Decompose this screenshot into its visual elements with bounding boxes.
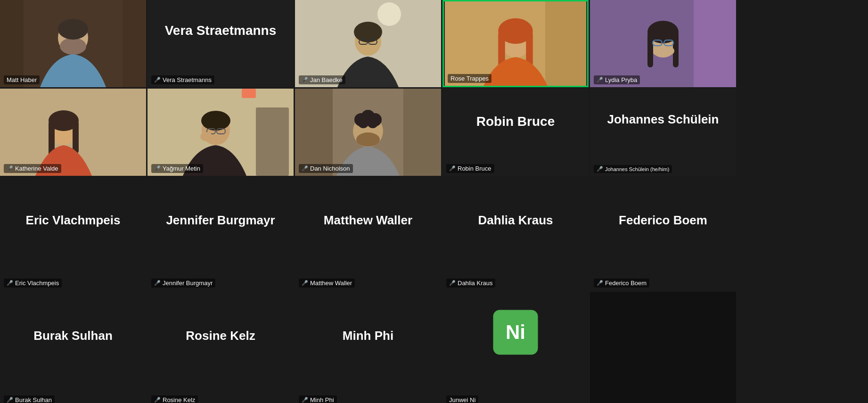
participant-display-name-matthew: Matthew Waller — [324, 213, 412, 228]
participant-tile-johannes-schulein[interactable]: Johannes Schülein 🎤 Johannes Schülein (h… — [590, 89, 736, 176]
mic-icon-dahlia: 🎤 — [449, 280, 456, 286]
participant-name-text-vera: Vera Straetmanns — [163, 76, 212, 83]
participant-tile-burak-sulhan[interactable]: Burak Sulhan 🎤 Burak Sulhan — [0, 292, 146, 403]
participant-name-jan: 🎤 Jan Baedke — [299, 75, 345, 84]
mic-icon-burak: 🎤 — [7, 397, 13, 403]
participant-tile-eric-vlachmpeis[interactable]: Eric Vlachmpeis 🎤 Eric Vlachmpeis — [0, 177, 146, 290]
svg-point-4 — [60, 38, 86, 55]
mic-icon-jennifer: 🎤 — [154, 280, 161, 286]
svg-rect-34 — [242, 89, 256, 98]
participant-name-minh: 🎤 Minh Phi — [299, 395, 337, 403]
participant-avatar-ni: Ni — [493, 310, 538, 354]
participant-tile-minh-phi[interactable]: Minh Phi 🎤 Minh Phi — [295, 292, 441, 403]
participant-name-matt-haber: Matt Haber — [4, 75, 40, 84]
mic-icon-matthew: 🎤 — [302, 280, 308, 286]
svg-rect-1 — [0, 0, 24, 87]
participant-tile-jennifer-burgmayr[interactable]: Jennifer Burgmayr 🎤 Jennifer Burgmayr — [147, 177, 294, 290]
svg-rect-43 — [403, 89, 441, 176]
participant-tile-rose-trappes[interactable]: Rose Trappes — [442, 0, 589, 87]
participant-name-katherine: 🎤 Katherine Valde — [4, 164, 61, 173]
svg-point-5 — [58, 19, 88, 40]
participant-name-text-robin: Robin Bruce — [458, 165, 491, 172]
participant-name-johannes: 🎤 Johannes Schülein (he/him) — [594, 165, 672, 173]
mic-icon-jan: 🎤 — [302, 77, 308, 83]
mic-icon-katherine: 🎤 — [7, 165, 13, 172]
participant-tile-robin-bruce[interactable]: Robin Bruce 🎤 Robin Bruce — [442, 89, 589, 176]
participant-tile-dan-nicholson[interactable]: 🎤 Dan Nicholson — [295, 89, 441, 176]
svg-rect-14 — [545, 1, 586, 86]
participant-name-text-federico: Federico Boem — [605, 280, 647, 287]
participant-name-text-eric: Eric Vlachmpeis — [15, 280, 59, 287]
participant-name-eric: 🎤 Eric Vlachmpeis — [4, 279, 62, 288]
participant-name-text-yagmur: Yağmur Metin — [163, 165, 200, 172]
participant-name-dahlia: 🎤 Dahlia Kraus — [446, 279, 495, 288]
mic-icon-vera: 🎤 — [154, 77, 161, 83]
svg-point-40 — [200, 132, 213, 141]
participant-tile-junwei-ni[interactable]: Ni Junwei Ni — [442, 292, 589, 403]
participant-name-text-lydia: Lydia Pryba — [605, 76, 637, 83]
participant-display-name-vera: Vera Straetmanns — [165, 23, 277, 38]
participant-tile-federico-boem[interactable]: Federico Boem 🎤 Federico Boem — [590, 177, 736, 290]
participant-name-rose: Rose Trappes — [448, 74, 491, 83]
participant-display-name-rosine: Rosine Kelz — [186, 329, 255, 343]
participant-name-vera: 🎤 Vera Straetmanns — [151, 75, 214, 84]
svg-rect-2 — [123, 0, 146, 87]
participant-tile-matt-haber[interactable]: Matt Haber — [0, 0, 146, 87]
participant-tile-vera-straetmanns[interactable]: Vera Straetmanns 🎤 Vera Straetmanns — [147, 0, 294, 87]
svg-point-37 — [201, 111, 230, 131]
participant-name-text-burak: Burak Sulhan — [15, 396, 52, 403]
participant-name-robin: 🎤 Robin Bruce — [446, 164, 494, 173]
participant-display-name-dahlia: Dahlia Kraus — [478, 213, 553, 228]
mic-icon-yagmur: 🎤 — [154, 165, 161, 172]
participant-display-name-johannes: Johannes Schülein — [607, 112, 719, 126]
participant-name-text-rose: Rose Trappes — [450, 75, 489, 82]
participant-display-name-burak: Burak Sulhan — [33, 329, 113, 343]
participant-name-matthew: 🎤 Matthew Waller — [299, 279, 355, 288]
participant-display-name-jennifer: Jennifer Burgmayr — [166, 213, 275, 228]
participant-name-rosine: 🎤 Rosine Kelz — [151, 395, 198, 403]
participant-name-text-junwei: Junwei Ni — [449, 396, 475, 403]
participant-tile-jan-baedke[interactable]: 🎤 Jan Baedke — [295, 0, 441, 87]
participant-name-dan: 🎤 Dan Nicholson — [299, 164, 353, 173]
participant-tile-dahlia-kraus[interactable]: Dahlia Kraus 🎤 Dahlia Kraus — [442, 177, 589, 290]
participant-name-text-dahlia: Dahlia Kraus — [458, 280, 492, 287]
participant-tile-empty — [590, 292, 736, 403]
mic-icon-eric: 🎤 — [7, 280, 13, 286]
svg-point-10 — [354, 22, 382, 42]
mic-icon-lydia: 🎤 — [597, 77, 603, 83]
mic-icon-robin: 🎤 — [449, 165, 456, 172]
mic-icon-minh: 🎤 — [302, 397, 308, 403]
participant-name-lydia: 🎤 Lydia Pryba — [594, 75, 640, 84]
participant-name-junwei: Junwei Ni — [446, 395, 478, 403]
participant-display-name-minh: Minh Phi — [343, 329, 393, 343]
participant-name-text-minh: Minh Phi — [310, 396, 334, 403]
svg-rect-20 — [694, 0, 736, 87]
participant-tile-yagmur-metin[interactable]: 🎤 Yağmur Metin — [147, 89, 294, 176]
participant-name-text: Matt Haber — [7, 76, 37, 83]
participant-name-text-jan: Jan Baedke — [310, 76, 343, 83]
mic-icon-rosine: 🎤 — [154, 397, 161, 403]
video-grid: Matt Haber Vera Straetmanns 🎤 Vera Strae… — [0, 0, 868, 403]
participant-tile-lydia-pryba[interactable]: 🎤 Lydia Pryba — [590, 0, 736, 87]
participant-name-text-jennifer: Jennifer Burgmayr — [163, 280, 213, 287]
svg-rect-23 — [647, 32, 653, 67]
participant-display-name-eric: Eric Vlachmpeis — [26, 213, 121, 228]
participant-tile-rosine-kelz[interactable]: Rosine Kelz 🎤 Rosine Kelz — [147, 292, 294, 403]
participant-display-name-federico: Federico Boem — [619, 213, 707, 228]
participant-name-text-dan: Dan Nicholson — [310, 165, 350, 172]
svg-point-49 — [367, 117, 378, 128]
participant-name-text-johannes: Johannes Schülein (he/him) — [605, 166, 669, 172]
participant-name-federico: 🎤 Federico Boem — [594, 279, 649, 288]
participant-name-burak: 🎤 Burak Sulhan — [4, 395, 55, 403]
participant-tile-katherine-valde[interactable]: 🎤 Katherine Valde — [0, 89, 146, 176]
mic-icon-federico: 🎤 — [597, 280, 603, 286]
participant-name-text-matthew: Matthew Waller — [310, 280, 352, 287]
participant-tile-matthew-waller[interactable]: Matthew Waller 🎤 Matthew Waller — [295, 177, 441, 290]
svg-point-27 — [661, 46, 674, 56]
participant-name-jennifer: 🎤 Jennifer Burgmayr — [151, 279, 215, 288]
svg-rect-35 — [256, 107, 289, 176]
mic-icon-johannes: 🎤 — [597, 166, 603, 172]
participant-name-yagmur: 🎤 Yağmur Metin — [151, 164, 203, 173]
svg-rect-32 — [73, 121, 79, 154]
participant-name-text-rosine: Rosine Kelz — [163, 396, 195, 403]
